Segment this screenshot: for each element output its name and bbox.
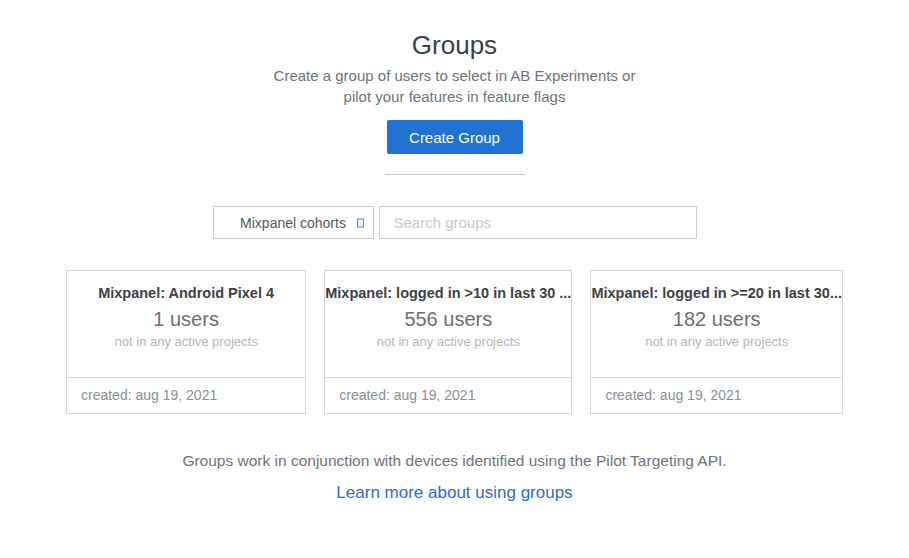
group-card[interactable]: Mixpanel: logged in >10 in last 30 ... 5…	[324, 270, 572, 414]
create-group-button[interactable]: Create Group	[387, 120, 523, 154]
search-groups-input[interactable]	[379, 206, 697, 239]
group-card-body: Mixpanel: logged in >10 in last 30 ... 5…	[325, 271, 571, 377]
dropdown-indicator-icon	[357, 218, 364, 227]
cohort-source-selected-label: Mixpanel cohorts	[240, 215, 346, 231]
filter-row: Mixpanel cohorts	[0, 206, 909, 239]
group-card-body: Mixpanel: Android Pixel 4 1 users not in…	[67, 271, 305, 377]
group-card-user-count: 182 users	[591, 308, 842, 331]
page-subtitle-line-1: Create a group of users to select in AB …	[0, 65, 909, 86]
group-card-status: not in any active projects	[67, 334, 305, 349]
group-card-title: Mixpanel: Android Pixel 4	[67, 285, 305, 301]
group-card-title: Mixpanel: logged in >10 in last 30 ...	[325, 285, 571, 301]
group-card-body: Mixpanel: logged in >=20 in last 30... 1…	[591, 271, 842, 377]
page-subtitle-line-2: pilot your features in feature flags	[0, 86, 909, 107]
footer-note: Groups work in conjunction with devices …	[0, 452, 909, 470]
group-card[interactable]: Mixpanel: logged in >=20 in last 30... 1…	[590, 270, 843, 414]
page-title: Groups	[0, 31, 909, 60]
group-card-status: not in any active projects	[325, 334, 571, 349]
learn-more-link[interactable]: Learn more about using groups	[0, 483, 909, 503]
groups-list: Mixpanel: Android Pixel 4 1 users not in…	[66, 270, 843, 414]
cohort-source-dropdown[interactable]: Mixpanel cohorts	[213, 206, 374, 239]
section-divider	[385, 174, 525, 175]
page-subtitle: Create a group of users to select in AB …	[0, 65, 909, 107]
groups-page: Groups Create a group of users to select…	[0, 0, 909, 558]
group-card-title: Mixpanel: logged in >=20 in last 30...	[591, 285, 842, 301]
group-card-user-count: 1 users	[67, 308, 305, 331]
group-card[interactable]: Mixpanel: Android Pixel 4 1 users not in…	[66, 270, 306, 414]
group-card-status: not in any active projects	[591, 334, 842, 349]
group-card-created: created: aug 19, 2021	[591, 377, 842, 413]
group-card-created: created: aug 19, 2021	[325, 377, 571, 413]
group-card-user-count: 556 users	[325, 308, 571, 331]
group-card-created: created: aug 19, 2021	[67, 377, 305, 413]
